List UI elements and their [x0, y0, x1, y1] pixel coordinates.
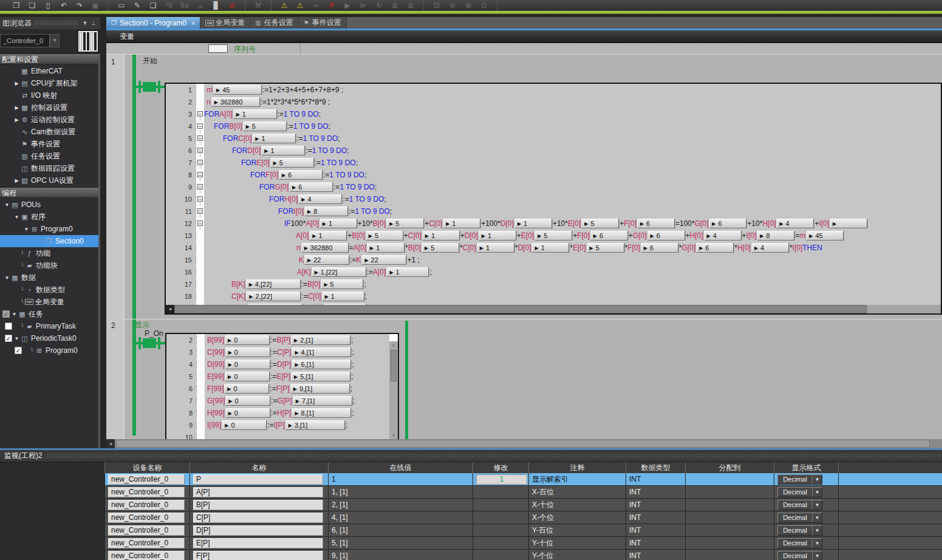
- variable-name-field[interactable]: A[P]: [193, 487, 323, 497]
- watch-col-header[interactable]: 数据类型: [626, 462, 685, 473]
- abort-icon[interactable]: ✗: [324, 1, 340, 10]
- online-value-box[interactable]: ▶1: [252, 134, 296, 143]
- variable-name-field[interactable]: P: [193, 474, 323, 485]
- lock-icon[interactable]: ▊: [208, 1, 224, 10]
- sidebar-item-periodic-task[interactable]: ✓▼◫PeriodicTask0: [0, 332, 100, 344]
- online-value-box[interactable]: ▶1: [319, 219, 357, 228]
- sidebar-item-function-blocks[interactable]: └▰功能块: [0, 259, 100, 271]
- build-icon[interactable]: ⚠: [276, 1, 292, 10]
- chevron-expanded-icon[interactable]: ▼: [4, 275, 10, 281]
- variable-name-field[interactable]: F[P]: [193, 551, 323, 560]
- dropdown-arrow-icon[interactable]: ▼: [812, 513, 822, 522]
- watch-row[interactable]: new_Controller_0A[P]1, [1]X-百位INTDecimal…: [104, 486, 942, 499]
- device-name-field[interactable]: new_Controller_0: [108, 538, 185, 548]
- online-value-box[interactable]: ▶1: [261, 146, 305, 155]
- online-value-box[interactable]: ▶4: [298, 194, 342, 204]
- controller-select-arrow-icon[interactable]: ▼: [50, 34, 60, 47]
- online-value-box[interactable]: ▶1: [443, 219, 480, 228]
- sidebar-item-program[interactable]: ▼⊞Program0: [0, 223, 100, 235]
- editor-hscrollbar[interactable]: ◂: [106, 439, 942, 448]
- display-format-select[interactable]: Decimal▼: [777, 500, 822, 510]
- online-value-box[interactable]: ▶5: [534, 231, 572, 241]
- variables-bar[interactable]: 变量: [106, 30, 942, 43]
- rebuild-icon[interactable]: ⚠: [292, 1, 308, 10]
- sidebar-item-motion-control[interactable]: ▶⚙运动控制设置: [0, 114, 100, 126]
- online-value-box[interactable]: ▶5: [422, 243, 459, 253]
- dropdown-arrow-icon[interactable]: ▼: [812, 539, 822, 548]
- online-value-box[interactable]: ▶5,[1]: [291, 372, 350, 381]
- online-value-box[interactable]: ▶22: [361, 255, 406, 265]
- online-value-box[interactable]: ▶0: [225, 347, 270, 357]
- chevron-expanded-icon[interactable]: ▼: [11, 312, 18, 317]
- device-name-field[interactable]: new_Controller_0: [108, 487, 185, 497]
- variable-name-field[interactable]: C[P]: [193, 513, 323, 523]
- watch-col-header[interactable]: 设备名称: [104, 462, 189, 473]
- online-value-box[interactable]: ▶5: [366, 231, 403, 241]
- display-signal-icon[interactable]: ᵤᵥ: [193, 1, 208, 10]
- zoom-out-icon[interactable]: ⊖: [445, 1, 460, 10]
- sidebar-item-task-settings[interactable]: ▥任务设置: [0, 150, 100, 162]
- dropdown-arrow-icon[interactable]: ▼: [812, 500, 822, 510]
- sidebar-item-ethercat[interactable]: ▦EtherCAT: [0, 65, 100, 77]
- controller-select[interactable]: _Controller_0: [0, 34, 50, 47]
- variable-name-field[interactable]: E[P]: [193, 538, 323, 548]
- online-value-box[interactable]: ▶4: [776, 219, 814, 228]
- dropdown-arrow-icon[interactable]: ▼: [812, 551, 822, 560]
- online-value-box[interactable]: ▶0: [224, 384, 269, 394]
- display-hex-icon[interactable]: 6a: [177, 1, 193, 10]
- new-rung-icon[interactable]: ▭: [114, 1, 129, 10]
- sidebar-section-header[interactable]: 配置和设置: [0, 53, 100, 64]
- online-value-box[interactable]: ▶22: [304, 255, 349, 265]
- fold-collapse-icon[interactable]: –: [197, 196, 203, 202]
- chevron-expanded-icon[interactable]: ▼: [23, 227, 30, 232]
- online-value-box[interactable]: ▶5: [321, 279, 363, 289]
- online-value-box[interactable]: ▶362880: [211, 97, 260, 107]
- refresh-icon[interactable]: ↻: [371, 1, 387, 10]
- chevron-expanded-icon[interactable]: ▼: [13, 336, 20, 341]
- sidebar-item-event-settings[interactable]: ⚑事件设置: [0, 138, 100, 150]
- display-format-select[interactable]: Decimal▼: [777, 487, 822, 497]
- online-value-box[interactable]: ▶45: [806, 231, 844, 241]
- variable-name-field[interactable]: B[P]: [193, 500, 323, 510]
- pin-icon[interactable]: ⊥: [89, 20, 98, 26]
- sidebar-item-programs[interactable]: ▼▣程序: [0, 211, 100, 223]
- dropdown-arrow-icon[interactable]: ▼: [812, 488, 822, 497]
- online-value-box[interactable]: ▶6: [279, 170, 323, 180]
- variable-name-field[interactable]: D[P]: [193, 525, 323, 536]
- device-name-field[interactable]: new_Controller_0: [108, 500, 185, 510]
- online-value-box[interactable]: ▶1: [422, 231, 460, 241]
- dropdown-arrow-icon[interactable]: ▼: [812, 475, 822, 484]
- sidebar-item-global-vars[interactable]: └var全局变量: [0, 296, 100, 308]
- tab-task-settings-tab[interactable]: ▥任务设置: [250, 17, 298, 29]
- online-value-box[interactable]: ▶5: [581, 219, 619, 228]
- zoom-reset-icon[interactable]: ⊙: [476, 1, 492, 10]
- chevron-down-icon[interactable]: ▼: [81, 20, 89, 26]
- online-value-box[interactable]: ▶45: [213, 85, 262, 95]
- fold-collapse-icon[interactable]: –: [197, 220, 203, 226]
- chevron-collapsed-icon[interactable]: ▶: [13, 81, 20, 86]
- online-value-box[interactable]: ▶6,[1]: [292, 360, 351, 369]
- watch-col-header[interactable]: 注释: [528, 462, 626, 473]
- fold-collapse-icon[interactable]: –: [197, 172, 203, 177]
- online-value-box[interactable]: ▶5: [587, 243, 624, 253]
- fold-collapse-icon[interactable]: –: [197, 184, 203, 190]
- online-value-box[interactable]: ▶0: [225, 335, 270, 345]
- device-name-field[interactable]: new_Controller_0: [108, 513, 185, 523]
- sidebar-item-opc-ua[interactable]: ▶▧OPC UA设置: [0, 174, 100, 186]
- pause-b-icon[interactable]: ≣: [403, 1, 418, 10]
- sidebar-item-data-trace[interactable]: ◫数据跟踪设置: [0, 162, 100, 174]
- online-value-box[interactable]: ▶0: [225, 396, 270, 406]
- display-format-select[interactable]: Decimal▼: [777, 551, 822, 560]
- sidebar-item-cam-data[interactable]: ∿Cam数据设置: [0, 126, 100, 138]
- zoom-fit-icon[interactable]: ⊡: [429, 1, 445, 10]
- device-name-field[interactable]: new_Controller_0: [108, 474, 185, 485]
- contact-symbol[interactable]: [138, 337, 160, 349]
- st-box2-vscrollbar[interactable]: ˄˅: [389, 334, 398, 439]
- online-value-box[interactable]: ▶8: [757, 231, 794, 241]
- watch-row[interactable]: new_Controller_0D[P]6, [1]Y-百位INTDecimal…: [104, 524, 942, 537]
- tab-event-settings-tab[interactable]: ⚑事件设置: [299, 17, 347, 29]
- check-icon[interactable]: ∞: [308, 1, 324, 10]
- sidebar-item-controller-setup[interactable]: ▶▩控制器设置: [0, 101, 100, 114]
- watch-col-header[interactable]: 修改: [473, 462, 528, 473]
- device-name-field[interactable]: new_Controller_0: [108, 551, 185, 560]
